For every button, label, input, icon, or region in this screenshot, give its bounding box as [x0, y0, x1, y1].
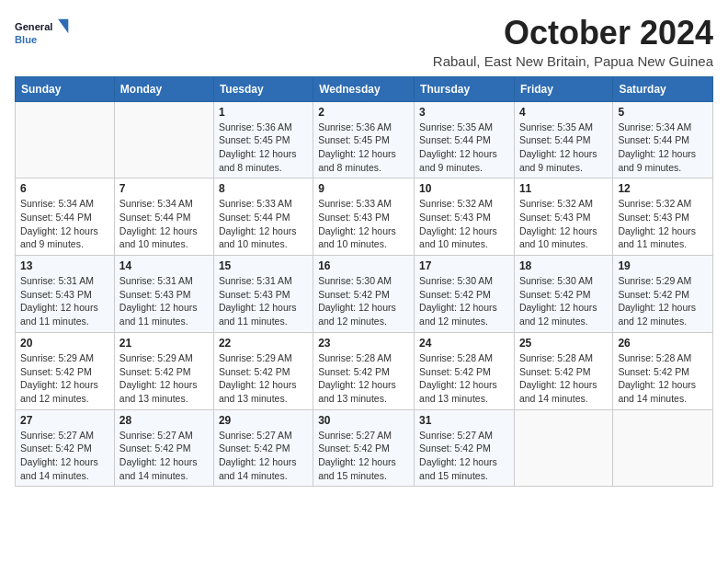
day-number: 29	[219, 414, 308, 427]
day-detail: Sunrise: 5:28 AMSunset: 5:42 PMDaylight:…	[618, 351, 708, 406]
day-number: 2	[318, 106, 409, 119]
weekday-header-sunday: Sunday	[16, 76, 115, 101]
day-detail: Sunrise: 5:35 AMSunset: 5:44 PMDaylight:…	[419, 121, 509, 175]
calendar-cell: 30Sunrise: 5:27 AMSunset: 5:42 PMDayligh…	[313, 409, 415, 487]
calendar-week-4: 20Sunrise: 5:29 AMSunset: 5:42 PMDayligh…	[16, 332, 713, 409]
day-detail: Sunrise: 5:27 AMSunset: 5:42 PMDaylight:…	[219, 429, 308, 483]
day-detail: Sunrise: 5:33 AMSunset: 5:44 PMDaylight:…	[219, 197, 308, 251]
weekday-header-wednesday: Wednesday	[313, 76, 415, 101]
calendar-cell: 19Sunrise: 5:29 AMSunset: 5:42 PMDayligh…	[613, 256, 713, 333]
day-detail: Sunrise: 5:29 AMSunset: 5:42 PMDaylight:…	[219, 351, 308, 406]
calendar-cell: 21Sunrise: 5:29 AMSunset: 5:42 PMDayligh…	[114, 332, 213, 409]
calendar-cell: 23Sunrise: 5:28 AMSunset: 5:42 PMDayligh…	[313, 332, 415, 409]
day-detail: Sunrise: 5:28 AMSunset: 5:42 PMDaylight:…	[519, 351, 608, 406]
day-detail: Sunrise: 5:32 AMSunset: 5:43 PMDaylight:…	[519, 197, 608, 251]
day-detail: Sunrise: 5:31 AMSunset: 5:43 PMDaylight:…	[119, 274, 209, 328]
calendar-cell	[613, 409, 713, 487]
day-number: 30	[318, 414, 409, 427]
calendar-cell: 25Sunrise: 5:28 AMSunset: 5:42 PMDayligh…	[514, 332, 612, 409]
day-detail: Sunrise: 5:27 AMSunset: 5:42 PMDaylight:…	[119, 429, 209, 483]
day-number: 7	[119, 182, 209, 195]
calendar-cell: 2Sunrise: 5:36 AMSunset: 5:45 PMDaylight…	[313, 101, 415, 178]
calendar-cell: 1Sunrise: 5:36 AMSunset: 5:45 PMDaylight…	[213, 101, 313, 178]
subtitle: Rabaul, East New Britain, Papua New Guin…	[433, 53, 713, 69]
calendar-cell: 12Sunrise: 5:32 AMSunset: 5:43 PMDayligh…	[613, 178, 713, 256]
calendar-cell: 10Sunrise: 5:32 AMSunset: 5:43 PMDayligh…	[415, 178, 515, 256]
calendar-cell	[114, 101, 213, 178]
day-number: 3	[419, 106, 509, 119]
day-number: 14	[119, 259, 209, 272]
day-number: 15	[219, 259, 308, 272]
logo-svg: General Blue	[15, 15, 70, 55]
day-number: 17	[419, 259, 509, 272]
calendar-cell: 17Sunrise: 5:30 AMSunset: 5:42 PMDayligh…	[415, 256, 515, 333]
day-number: 4	[519, 106, 608, 119]
calendar-cell: 22Sunrise: 5:29 AMSunset: 5:42 PMDayligh…	[213, 332, 313, 409]
day-detail: Sunrise: 5:31 AMSunset: 5:43 PMDaylight:…	[20, 274, 109, 328]
calendar-cell: 6Sunrise: 5:34 AMSunset: 5:44 PMDaylight…	[16, 178, 115, 256]
calendar-week-5: 27Sunrise: 5:27 AMSunset: 5:42 PMDayligh…	[16, 409, 713, 487]
weekday-header-monday: Monday	[114, 76, 213, 101]
day-detail: Sunrise: 5:27 AMSunset: 5:42 PMDaylight:…	[20, 429, 109, 483]
calendar-cell	[16, 101, 115, 178]
calendar-week-2: 6Sunrise: 5:34 AMSunset: 5:44 PMDaylight…	[16, 178, 713, 256]
day-number: 28	[119, 414, 209, 427]
day-number: 16	[318, 259, 409, 272]
svg-text:Blue: Blue	[15, 34, 37, 45]
day-detail: Sunrise: 5:33 AMSunset: 5:43 PMDaylight:…	[318, 197, 409, 251]
calendar-cell: 20Sunrise: 5:29 AMSunset: 5:42 PMDayligh…	[16, 332, 115, 409]
calendar-cell: 3Sunrise: 5:35 AMSunset: 5:44 PMDaylight…	[415, 101, 515, 178]
day-detail: Sunrise: 5:36 AMSunset: 5:45 PMDaylight:…	[318, 121, 409, 175]
day-number: 26	[618, 337, 708, 350]
day-number: 12	[618, 182, 708, 195]
day-number: 6	[20, 182, 109, 195]
weekday-header-row: SundayMondayTuesdayWednesdayThursdayFrid…	[16, 76, 713, 101]
day-number: 13	[20, 259, 109, 272]
calendar-cell: 24Sunrise: 5:28 AMSunset: 5:42 PMDayligh…	[415, 332, 515, 409]
day-detail: Sunrise: 5:36 AMSunset: 5:45 PMDaylight:…	[219, 121, 308, 175]
calendar-body: 1Sunrise: 5:36 AMSunset: 5:45 PMDaylight…	[16, 101, 713, 487]
weekday-header-tuesday: Tuesday	[213, 76, 313, 101]
day-number: 1	[219, 106, 308, 119]
day-number: 18	[519, 259, 608, 272]
day-detail: Sunrise: 5:28 AMSunset: 5:42 PMDaylight:…	[318, 351, 409, 406]
calendar-cell	[514, 409, 612, 487]
day-detail: Sunrise: 5:32 AMSunset: 5:43 PMDaylight:…	[419, 197, 509, 251]
day-number: 23	[318, 337, 409, 350]
day-detail: Sunrise: 5:30 AMSunset: 5:42 PMDaylight:…	[318, 274, 409, 328]
calendar-cell: 29Sunrise: 5:27 AMSunset: 5:42 PMDayligh…	[213, 409, 313, 487]
day-number: 27	[20, 414, 109, 427]
calendar-cell: 7Sunrise: 5:34 AMSunset: 5:44 PMDaylight…	[114, 178, 213, 256]
day-number: 5	[618, 106, 708, 119]
day-detail: Sunrise: 5:29 AMSunset: 5:42 PMDaylight:…	[618, 274, 708, 328]
calendar-week-3: 13Sunrise: 5:31 AMSunset: 5:43 PMDayligh…	[16, 256, 713, 333]
calendar-cell: 5Sunrise: 5:34 AMSunset: 5:44 PMDaylight…	[613, 101, 713, 178]
day-number: 19	[618, 259, 708, 272]
weekday-header-friday: Friday	[514, 76, 612, 101]
calendar-cell: 9Sunrise: 5:33 AMSunset: 5:43 PMDaylight…	[313, 178, 415, 256]
calendar-cell: 18Sunrise: 5:30 AMSunset: 5:42 PMDayligh…	[514, 256, 612, 333]
day-number: 22	[219, 337, 308, 350]
day-number: 31	[419, 414, 509, 427]
calendar-cell: 14Sunrise: 5:31 AMSunset: 5:43 PMDayligh…	[114, 256, 213, 333]
day-number: 24	[419, 337, 509, 350]
day-number: 21	[119, 337, 209, 350]
weekday-header-thursday: Thursday	[415, 76, 515, 101]
day-detail: Sunrise: 5:30 AMSunset: 5:42 PMDaylight:…	[419, 274, 509, 328]
day-number: 9	[318, 182, 409, 195]
day-detail: Sunrise: 5:27 AMSunset: 5:42 PMDaylight:…	[419, 429, 509, 483]
calendar-cell: 13Sunrise: 5:31 AMSunset: 5:43 PMDayligh…	[16, 256, 115, 333]
calendar-cell: 27Sunrise: 5:27 AMSunset: 5:42 PMDayligh…	[16, 409, 115, 487]
day-number: 11	[519, 182, 608, 195]
day-detail: Sunrise: 5:34 AMSunset: 5:44 PMDaylight:…	[618, 121, 708, 175]
calendar-cell: 31Sunrise: 5:27 AMSunset: 5:42 PMDayligh…	[415, 409, 515, 487]
calendar-cell: 8Sunrise: 5:33 AMSunset: 5:44 PMDaylight…	[213, 178, 313, 256]
day-number: 8	[219, 182, 308, 195]
day-number: 25	[519, 337, 608, 350]
calendar-cell: 16Sunrise: 5:30 AMSunset: 5:42 PMDayligh…	[313, 256, 415, 333]
day-number: 10	[419, 182, 509, 195]
day-detail: Sunrise: 5:30 AMSunset: 5:42 PMDaylight:…	[519, 274, 608, 328]
month-title: October 2024	[433, 15, 713, 52]
day-detail: Sunrise: 5:29 AMSunset: 5:42 PMDaylight:…	[119, 351, 209, 406]
day-detail: Sunrise: 5:31 AMSunset: 5:43 PMDaylight:…	[219, 274, 308, 328]
